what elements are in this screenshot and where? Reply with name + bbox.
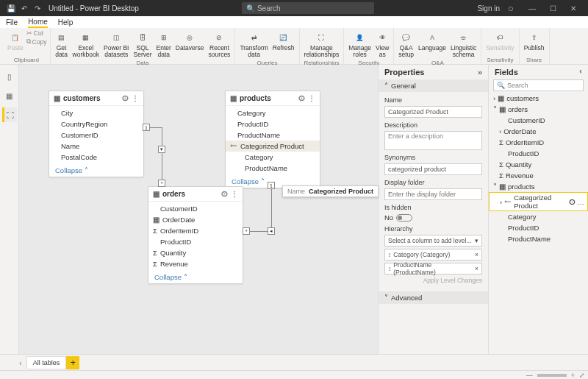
hidden-toggle[interactable] — [396, 214, 412, 222]
signin-link[interactable]: Sign in — [477, 4, 500, 13]
remove-icon[interactable]: × — [475, 265, 478, 272]
redo-icon[interactable]: ↷ — [31, 1, 44, 15]
visibility-icon[interactable]: ⵙ — [221, 190, 228, 198]
transform-button[interactable]: ⇄Transform data — [238, 29, 269, 60]
viewas-button[interactable]: 👁View as — [374, 29, 390, 60]
publish-button[interactable]: ⇧Publish — [523, 29, 546, 53]
table-customers[interactable]: ▦ customers ⵙ ⋮ City CountryRegion Custo… — [49, 91, 144, 177]
more-icon[interactable]: ⋮ — [231, 190, 238, 198]
scroll-left-icon[interactable]: ‹ — [19, 358, 22, 367]
section-advanced[interactable]: ˅Advanced — [379, 291, 488, 304]
cut-button[interactable]: ✂ Cut — [26, 29, 47, 37]
menu-home[interactable]: Home — [28, 16, 48, 28]
fields-field[interactable]: ProductID — [489, 148, 588, 159]
field[interactable]: ProductID — [148, 236, 243, 247]
fields-field[interactable]: ›OrderDate — [489, 126, 588, 137]
linguistic-button[interactable]: ⌯Linguistic schema — [449, 29, 478, 60]
manageroles-button[interactable]: 👤Manage roles — [347, 29, 373, 60]
field[interactable]: ΣOrderItemID — [148, 225, 243, 236]
more-icon[interactable]: … — [578, 198, 585, 206]
visibility-icon[interactable]: ⵙ — [298, 94, 305, 102]
prop-name-input[interactable] — [384, 106, 482, 118]
table-products[interactable]: ▦ products ⵙ ⋮ Category ProductID Produc… — [225, 91, 320, 188]
table-orders[interactable]: ▦ orders ⵙ ⋮ CustomerID ▦OrderDate ΣOrde… — [148, 186, 243, 284]
expand-icon[interactable]: » — [478, 68, 482, 77]
field[interactable]: ΣRevenue — [148, 258, 243, 269]
minimize-button[interactable]: — — [522, 1, 542, 15]
close-button[interactable]: ✕ — [563, 1, 584, 15]
prop-desc-input[interactable]: Enter a description — [384, 131, 482, 150]
pbidatasets-button[interactable]: ◫Power BI datasets — [102, 29, 131, 60]
qna-button[interactable]: 💬Q&A setup — [397, 29, 415, 60]
section-general[interactable]: ˄General — [379, 79, 488, 92]
updown-icon[interactable]: ↕ — [388, 265, 391, 272]
copy-button[interactable]: ⧉ Copy — [26, 38, 47, 46]
fields-table[interactable]: ˅▦products — [489, 181, 588, 192]
visibility-icon[interactable]: ⵙ — [122, 94, 129, 102]
managerel-button[interactable]: ⛶Manage relationships — [303, 29, 341, 60]
field[interactable]: ProductID — [226, 118, 320, 130]
fields-field[interactable]: ΣRevenue — [489, 170, 588, 181]
tab-all-tables[interactable]: All tables — [26, 356, 67, 369]
undo-icon[interactable]: ↶ — [18, 1, 31, 15]
apply-changes[interactable]: Apply Level Changes — [384, 277, 482, 284]
fit-icon[interactable]: ⤢ — [579, 372, 585, 379]
language-button[interactable]: ALanguage — [417, 29, 448, 60]
signin-circle-icon[interactable]: ○ — [504, 1, 517, 15]
field[interactable]: Category — [226, 152, 320, 163]
refresh-button[interactable]: 🔄Refresh — [271, 29, 296, 60]
maximize-button[interactable]: ☐ — [542, 1, 563, 15]
expand-icon[interactable]: › — [579, 68, 582, 77]
excel-button[interactable]: ▦Excel workbook — [71, 29, 101, 60]
hier-level[interactable]: ↕ProductName (ProductName)× — [384, 263, 482, 274]
dataverse-button[interactable]: ◎Dataverse — [174, 29, 206, 60]
menu-help[interactable]: Help — [58, 18, 74, 26]
zoom-slider[interactable] — [537, 374, 567, 377]
save-icon[interactable]: 💾 — [4, 1, 18, 15]
fields-field[interactable]: ΣOrderItemID — [489, 137, 588, 148]
zoom-out-icon[interactable]: — — [526, 372, 533, 379]
add-tab-button[interactable]: + — [66, 356, 79, 369]
sensitivity-button[interactable]: 🏷Sensitivity — [484, 29, 515, 53]
fields-table[interactable]: ˅▦orders — [489, 104, 588, 115]
more-icon[interactable]: ⋮ — [308, 94, 315, 102]
fields-field[interactable]: ΣQuantity — [489, 159, 588, 170]
visibility-icon[interactable]: ⵙ — [569, 198, 576, 206]
fields-field[interactable]: Category — [489, 211, 588, 222]
more-icon[interactable]: ⋮ — [132, 94, 139, 102]
prop-dispfolder-input[interactable] — [384, 188, 482, 200]
field[interactable]: Category — [226, 107, 320, 118]
fields-field[interactable]: ProductName — [489, 233, 588, 244]
remove-icon[interactable]: × — [475, 251, 478, 258]
report-view-icon[interactable]: ▯ — [2, 69, 17, 84]
collapse-link[interactable]: Collapse ˄ — [49, 164, 143, 177]
fields-field[interactable]: CustomerID — [489, 115, 588, 126]
field[interactable]: CustomerID — [148, 203, 243, 214]
fields-field[interactable]: ProductID — [489, 222, 588, 233]
fields-table[interactable]: ›▦customers — [489, 93, 588, 104]
fields-search[interactable]: 🔍Search — [493, 79, 584, 91]
prop-syn-input[interactable] — [384, 163, 482, 175]
field[interactable]: Name — [49, 141, 143, 152]
field[interactable]: CustomerID — [49, 130, 143, 141]
menu-file[interactable]: File — [6, 18, 18, 26]
sql-button[interactable]: 🗄SQL Server — [132, 29, 153, 60]
data-view-icon[interactable]: ▦ — [2, 88, 17, 103]
field-hierarchy[interactable]: ⬳Categorized Product — [226, 141, 320, 152]
enterdata-button[interactable]: ⊞Enter data — [155, 29, 173, 60]
field[interactable]: ΣQuantity — [148, 247, 243, 258]
updown-icon[interactable]: ↕ — [388, 251, 391, 258]
paste-button[interactable]: 📋Paste — [6, 29, 25, 53]
zoom-in-icon[interactable]: + — [571, 372, 575, 379]
model-view-icon[interactable]: ⛶ — [2, 107, 17, 122]
field[interactable]: City — [49, 107, 143, 118]
collapse-link[interactable]: Collapse ˄ — [148, 271, 243, 283]
field[interactable]: ProductName — [226, 163, 320, 174]
recent-button[interactable]: ⊘Recent sources — [207, 29, 232, 60]
hier-level[interactable]: ↕Category (Category)× — [384, 249, 482, 261]
field[interactable]: ProductName — [226, 130, 320, 141]
field[interactable]: PostalCode — [49, 152, 143, 163]
model-canvas[interactable]: ▦ customers ⵙ ⋮ City CountryRegion Custo… — [19, 65, 378, 354]
fields-hierarchy-selected[interactable]: ›⬳Categorized Productⵙ… — [489, 192, 588, 211]
hier-add-dropdown[interactable]: Select a column to add level...▾ — [384, 235, 482, 247]
